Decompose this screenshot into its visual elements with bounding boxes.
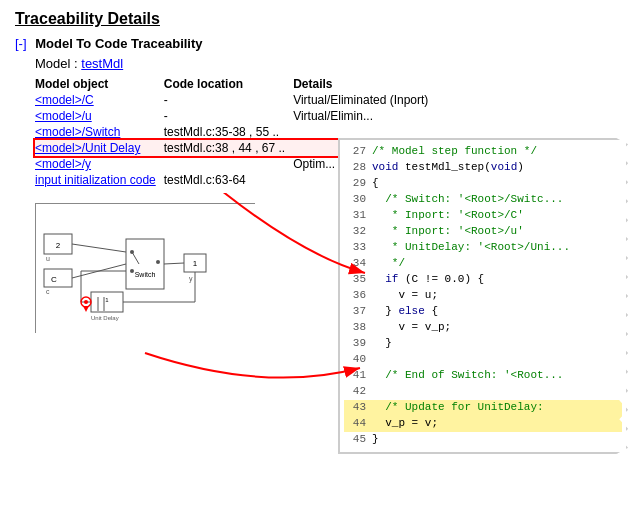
diagram-svg: 2 u C c Switch 1 y	[36, 204, 256, 334]
details-cell: Virtual/Elimin...	[293, 108, 436, 124]
line-number: 30	[344, 192, 366, 207]
model-obj-cell: input initialization code	[35, 172, 164, 188]
code-line: 37 } else {	[344, 304, 622, 320]
code-line: 42	[344, 384, 622, 400]
line-number: 42	[344, 384, 366, 399]
code-line: 30 /* Switch: '<Root>/Switc...	[344, 192, 622, 208]
line-number: 38	[344, 320, 366, 335]
line-content: v_p = v;	[372, 416, 438, 431]
model-obj-cell: <model>/C	[35, 92, 164, 108]
col-header-loc: Code location	[164, 76, 293, 92]
model-label-row: Model : testMdl	[35, 56, 618, 71]
model-obj-link[interactable]: <model>/C	[35, 93, 94, 107]
model-obj-link[interactable]: input initialization code	[35, 173, 156, 187]
model-obj-cell: <model>/Switch	[35, 124, 164, 140]
code-loc-cell: -	[164, 108, 293, 124]
details-cell	[293, 124, 436, 140]
svg-text:Switch: Switch	[135, 271, 156, 278]
line-content: v = u;	[372, 288, 438, 303]
model-link[interactable]: testMdl	[81, 56, 123, 71]
line-number: 34	[344, 256, 366, 271]
code-line: 27/* Model step function */	[344, 144, 622, 160]
toggle-button[interactable]: [-]	[15, 36, 27, 51]
code-line: 39 }	[344, 336, 622, 352]
model-obj-cell: <model>/y	[35, 156, 164, 172]
line-number: 45	[344, 432, 366, 447]
svg-point-30	[84, 300, 88, 304]
table-row: <model>/SwitchtestMdl.c:35-38 , 55 ..	[35, 124, 436, 140]
line-content: /* Model step function */	[372, 144, 537, 159]
svg-text:y: y	[189, 275, 193, 283]
svg-text:C: C	[51, 275, 57, 284]
svg-rect-4	[44, 269, 72, 287]
model-obj-link[interactable]: <model>/y	[35, 157, 91, 171]
left-panel: 2 u C c Switch 1 y	[15, 193, 325, 393]
line-number: 33	[344, 240, 366, 255]
line-number: 40	[344, 352, 366, 367]
line-content: v = v_p;	[372, 320, 451, 335]
code-loc-cell	[164, 156, 293, 172]
model-obj-link[interactable]: <model>/Unit Delay	[35, 141, 140, 155]
code-line: 31 * Inport: '<Root>/C'	[344, 208, 622, 224]
code-line: 36 v = u;	[344, 288, 622, 304]
line-number: 43	[344, 400, 366, 415]
code-line: 29{	[344, 176, 622, 192]
line-number: 39	[344, 336, 366, 351]
line-number: 44	[344, 416, 366, 431]
line-number: 41	[344, 368, 366, 383]
svg-rect-7	[126, 239, 164, 289]
code-line: 41 /* End of Switch: '<Root...	[344, 368, 622, 384]
svg-text:2: 2	[56, 241, 61, 250]
line-content: /* Update for UnitDelay:	[372, 400, 544, 415]
model-obj-cell: <model>/Unit Delay	[35, 140, 164, 156]
code-line: 33 * UnitDelay: '<Root>/Uni...	[344, 240, 622, 256]
svg-point-12	[156, 260, 160, 264]
table-row: <model>/C-Virtual/Eliminated (Inport)	[35, 92, 436, 108]
code-line: 43 /* Update for UnitDelay:	[344, 400, 622, 416]
table-header-row: Model object Code location Details	[35, 76, 436, 92]
col-header-details: Details	[293, 76, 436, 92]
table-row: <model>/u-Virtual/Elimin...	[35, 108, 436, 124]
code-loc-cell: testMdl.c:63-64	[164, 172, 293, 188]
line-number: 29	[344, 176, 366, 191]
svg-point-11	[130, 269, 134, 273]
model-obj-link[interactable]: <model>/u	[35, 109, 92, 123]
line-number: 35	[344, 272, 366, 287]
line-number: 27	[344, 144, 366, 159]
line-content: void testMdl_step(void)	[372, 160, 524, 175]
line-content: }	[372, 432, 379, 447]
details-cell: Virtual/Eliminated (Inport)	[293, 92, 436, 108]
line-content: {	[372, 176, 379, 191]
line-content: } else {	[372, 304, 438, 319]
line-content: * UnitDelay: '<Root>/Uni...	[372, 240, 570, 255]
code-line: 44 v_p = v;	[344, 416, 622, 432]
code-line: 34 */	[344, 256, 622, 272]
code-line: 40	[344, 352, 622, 368]
code-loc-cell: -	[164, 92, 293, 108]
code-line: 32 * Inport: '<Root>/u'	[344, 224, 622, 240]
line-content: if (C != 0.0) {	[372, 272, 484, 287]
svg-text:c: c	[46, 288, 50, 295]
svg-text:Unit Delay: Unit Delay	[91, 315, 119, 321]
line-number: 31	[344, 208, 366, 223]
svg-text:1: 1	[193, 259, 198, 268]
section-header: [-] Model To Code Traceability	[15, 36, 618, 51]
line-content: * Inport: '<Root>/C'	[372, 208, 524, 223]
line-content: /* End of Switch: '<Root...	[372, 368, 563, 383]
code-panel: 27/* Model step function */28void testMd…	[338, 138, 628, 454]
line-content: * Inport: '<Root>/u'	[372, 224, 524, 239]
line-number: 37	[344, 304, 366, 319]
page-title: Traceability Details	[15, 10, 618, 28]
code-line: 45}	[344, 432, 622, 448]
code-loc-cell: testMdl.c:38 , 44 , 67 ..	[164, 140, 293, 156]
line-number: 32	[344, 224, 366, 239]
code-line: 35 if (C != 0.0) {	[344, 272, 622, 288]
model-obj-link[interactable]: <model>/Switch	[35, 125, 120, 139]
code-line: 38 v = v_p;	[344, 320, 622, 336]
svg-text:u: u	[46, 255, 50, 262]
section-label: Model To Code Traceability	[35, 36, 202, 51]
svg-point-10	[130, 250, 134, 254]
model-obj-cell: <model>/u	[35, 108, 164, 124]
line-content: /* Switch: '<Root>/Switc...	[372, 192, 563, 207]
line-content: }	[372, 336, 392, 351]
